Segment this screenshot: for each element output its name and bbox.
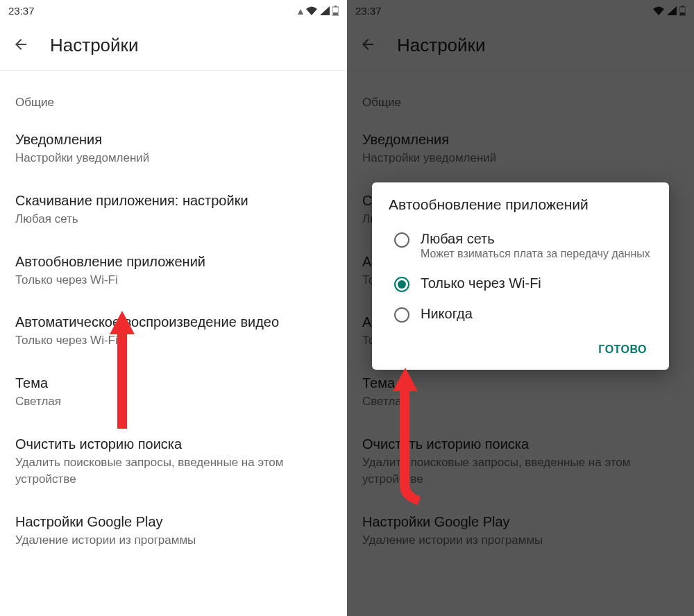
svg-marker-1 <box>320 6 330 15</box>
phone-left: 23:37 Настройки Общие Уведомления Настро… <box>0 0 347 616</box>
item-title: Автообновление приложений <box>15 253 332 271</box>
status-icons <box>298 6 339 16</box>
option-label: Никогда <box>421 306 473 322</box>
signal-icon <box>320 6 330 15</box>
option-wifi-only[interactable]: Только через Wi-Fi <box>389 268 657 299</box>
option-any-network[interactable]: Любая сеть Может взиматься плата за пере… <box>389 224 657 268</box>
radio-icon-selected[interactable] <box>394 277 409 292</box>
item-sub: Удаление истории из программы <box>15 532 332 549</box>
item-sub: Любая сеть <box>15 211 332 228</box>
option-never[interactable]: Никогда <box>389 299 657 330</box>
item-title: Очистить историю поиска <box>15 435 332 453</box>
option-sub: Может взиматься плата за передачу данных <box>421 247 650 262</box>
autoupdate-dialog: Автообновление приложений Любая сеть Мож… <box>372 182 669 370</box>
item-sub: Только через Wi-Fi <box>15 272 332 289</box>
page-title: Настройки <box>50 35 139 56</box>
item-sub: Только через Wi-Fi <box>15 332 332 349</box>
status-time: 23:37 <box>8 5 35 17</box>
item-sub: Настройки уведомлений <box>15 150 332 166</box>
item-title: Настройки Google Play <box>15 513 332 531</box>
item-autoupdate[interactable]: Автообновление приложений Только через W… <box>0 240 347 301</box>
radio-icon[interactable] <box>394 307 409 323</box>
battery-icon <box>332 6 339 16</box>
item-sub: Светлая <box>15 393 332 410</box>
item-title: Тема <box>15 374 332 392</box>
svg-rect-3 <box>335 6 337 7</box>
dialog-title: Автообновление приложений <box>389 196 657 213</box>
item-title: Автоматическое воспроизведение видео <box>15 313 332 331</box>
topbar: Настройки <box>0 21 347 71</box>
item-notifications[interactable]: Уведомления Настройки уведомлений <box>0 118 347 179</box>
phone-right: 23:37 Настройки Общие Уведомления Настро… <box>347 0 694 616</box>
option-label: Любая сеть <box>421 231 650 247</box>
dialog-actions: ГОТОВО <box>389 336 657 363</box>
caret-icon <box>298 6 303 15</box>
item-title: Уведомления <box>15 130 332 148</box>
status-bar: 23:37 <box>0 0 347 21</box>
svg-rect-4 <box>333 12 338 15</box>
option-label: Только через Wi-Fi <box>421 275 541 291</box>
item-title: Скачивание приложения: настройки <box>15 191 332 209</box>
wifi-icon <box>306 6 317 15</box>
item-download[interactable]: Скачивание приложения: настройки Любая с… <box>0 179 347 240</box>
section-general: Общие <box>0 78 347 118</box>
back-icon[interactable] <box>12 36 29 55</box>
settings-list[interactable]: Общие Уведомления Настройки уведомлений … <box>0 71 347 616</box>
item-theme[interactable]: Тема Светлая <box>0 361 347 422</box>
item-play-settings[interactable]: Настройки Google Play Удаление истории и… <box>0 500 347 561</box>
item-sub: Удалить поисковые запросы, введенные на … <box>15 454 332 488</box>
svg-marker-0 <box>298 9 303 15</box>
item-clear-history[interactable]: Очистить историю поиска Удалить поисковы… <box>0 422 347 500</box>
item-autoplay[interactable]: Автоматическое воспроизведение видео Тол… <box>0 300 347 361</box>
done-button[interactable]: ГОТОВО <box>589 336 657 363</box>
radio-icon[interactable] <box>394 232 409 248</box>
